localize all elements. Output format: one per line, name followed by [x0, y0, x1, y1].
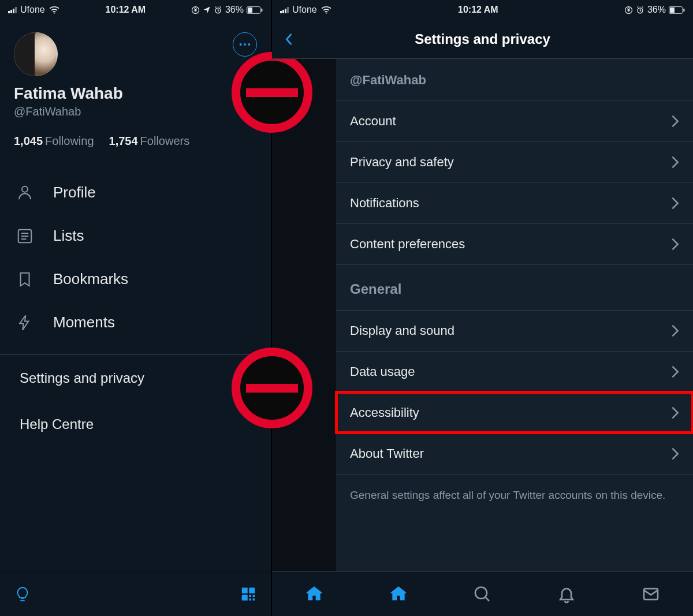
svg-point-7: [240, 43, 242, 46]
followers-label: Followers: [140, 135, 190, 147]
chevron-right-icon: [671, 114, 679, 128]
nav-label: Profile: [53, 184, 96, 201]
display-name: Fatima Wahab: [14, 84, 257, 103]
row-accessibility[interactable]: Accessibility: [336, 392, 693, 433]
row-label: Privacy and safety: [350, 155, 454, 170]
followers-count: 1,754: [109, 135, 138, 147]
row-display-sound[interactable]: Display and sound: [336, 310, 693, 351]
bell-icon[interactable]: [557, 585, 576, 603]
signal-icon: [8, 6, 17, 13]
battery-icon: [247, 6, 263, 14]
home-icon[interactable]: [389, 585, 408, 603]
settings-handle: @FatiWahab: [336, 59, 693, 100]
location-arrow-icon: [203, 6, 211, 14]
wifi-icon: [49, 6, 60, 14]
followers-stat[interactable]: 1,754Followers: [109, 135, 190, 148]
settings-header: Settings and privacy: [272, 20, 693, 59]
row-content-preferences[interactable]: Content preferences: [336, 223, 693, 265]
svg-point-0: [54, 13, 55, 14]
feed-avatar-peek: [232, 52, 312, 133]
chevron-right-icon: [671, 324, 679, 338]
svg-rect-5: [248, 7, 252, 12]
carrier-name: Ufone: [292, 5, 317, 15]
tab-bar: [272, 571, 693, 616]
page-title: Settings and privacy: [415, 31, 550, 47]
status-bar: Ufone 10:12 AM 36%: [272, 0, 693, 20]
chevron-right-icon: [671, 447, 679, 461]
nav-profile[interactable]: Profile: [0, 171, 271, 214]
nav-label: Bookmarks: [53, 270, 128, 288]
person-icon: [16, 184, 33, 201]
svg-rect-2: [195, 9, 197, 12]
settings-and-privacy-link[interactable]: Settings and privacy: [0, 355, 271, 401]
row-label: Accessibility: [350, 405, 419, 420]
nav-moments[interactable]: Moments: [0, 301, 271, 344]
svg-rect-25: [683, 8, 684, 11]
orientation-lock-icon: [191, 6, 200, 14]
row-about-twitter[interactable]: About Twitter: [336, 433, 693, 475]
row-label: Display and sound: [350, 323, 454, 338]
qr-code-icon[interactable]: [240, 585, 257, 603]
svg-point-8: [244, 43, 246, 46]
svg-point-26: [475, 587, 487, 599]
svg-point-9: [248, 43, 250, 46]
mail-icon[interactable]: [642, 585, 660, 603]
settings-screen: Ufone 10:12 AM 36% Settings and privacy …: [272, 0, 693, 616]
alarm-icon: [636, 6, 644, 14]
svg-rect-12: [242, 587, 248, 593]
nav-label: Lists: [53, 227, 84, 245]
nav-bookmarks[interactable]: Bookmarks: [0, 257, 271, 301]
row-label: About Twitter: [350, 446, 424, 461]
orientation-lock-icon: [624, 6, 633, 14]
alarm-icon: [214, 6, 222, 14]
carrier-name: Ufone: [20, 5, 45, 15]
svg-rect-13: [249, 587, 255, 593]
chevron-right-icon: [671, 237, 679, 251]
svg-rect-16: [253, 595, 255, 597]
battery-percent: 36%: [647, 5, 666, 15]
home-icon[interactable]: [305, 585, 323, 603]
avatar[interactable]: [14, 32, 58, 76]
row-privacy-safety[interactable]: Privacy and safety: [336, 141, 693, 182]
svg-rect-15: [249, 595, 251, 597]
wifi-icon: [321, 6, 332, 14]
svg-point-19: [326, 13, 327, 14]
drawer-nav: Profile Lists Bookmarks Moments: [0, 156, 271, 344]
row-label: Account: [350, 114, 396, 129]
feed-avatar-peek: [232, 348, 312, 428]
status-bar: Ufone 10:12 AM 36%: [0, 0, 271, 20]
chevron-right-icon: [671, 406, 679, 420]
following-stat[interactable]: 1,045Following: [14, 135, 94, 148]
status-bar-time: 10:12 AM: [106, 5, 146, 15]
bulb-icon[interactable]: [14, 585, 31, 603]
general-section-header: General: [336, 265, 693, 310]
battery-icon: [669, 6, 685, 14]
row-account[interactable]: Account: [336, 100, 693, 141]
following-count: 1,045: [14, 135, 43, 147]
svg-rect-17: [249, 598, 251, 600]
svg-rect-21: [628, 9, 630, 12]
accounts-more-button[interactable]: [233, 32, 257, 57]
settings-panel: @FatiWahab Account Privacy and safety No…: [336, 59, 693, 616]
svg-rect-14: [242, 595, 248, 600]
search-icon[interactable]: [473, 585, 491, 603]
row-label: Data usage: [350, 364, 415, 379]
chevron-right-icon: [671, 365, 679, 379]
list-icon: [16, 227, 33, 245]
svg-rect-6: [261, 8, 262, 11]
status-bar-time: 10:12 AM: [458, 5, 498, 15]
svg-rect-18: [253, 598, 255, 600]
help-centre-link[interactable]: Help Centre: [0, 401, 271, 447]
nav-lists[interactable]: Lists: [0, 214, 271, 257]
chevron-right-icon: [671, 155, 679, 169]
svg-rect-24: [670, 7, 675, 12]
chevron-right-icon: [671, 196, 679, 210]
row-label: Content preferences: [350, 237, 465, 252]
nav-label: Moments: [53, 313, 115, 331]
row-notifications[interactable]: Notifications: [336, 182, 693, 223]
row-data-usage[interactable]: Data usage: [336, 351, 693, 392]
back-button[interactable]: [282, 33, 295, 46]
user-handle: @FatiWahab: [14, 105, 257, 118]
more-dots-icon: [239, 43, 251, 46]
general-footer-note: General settings affect all of your Twit…: [336, 475, 693, 517]
